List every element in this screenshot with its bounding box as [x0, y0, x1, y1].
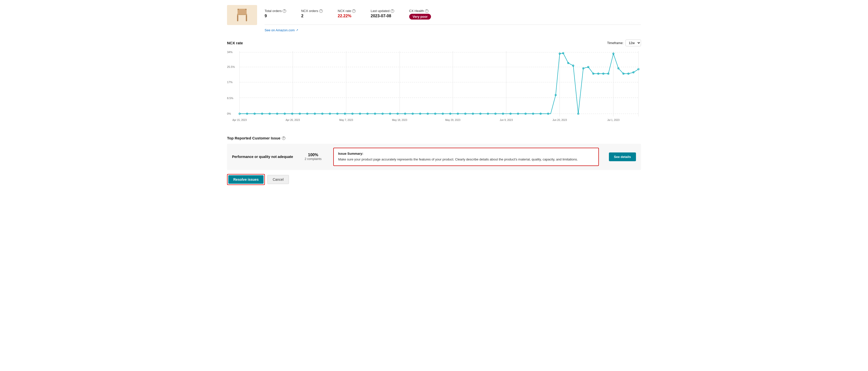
product-image: [227, 5, 257, 25]
svg-text:May 7, 2023: May 7, 2023: [339, 119, 353, 122]
issues-info-icon[interactable]: ?: [282, 136, 285, 140]
chart-svg: 34% 25.5% 17% 8.5% 0%: [227, 48, 641, 128]
total-orders-info-icon[interactable]: ?: [283, 9, 286, 13]
issue-summary-text: Make sure your product page accurately r…: [338, 157, 594, 162]
svg-text:Apr 26, 2023: Apr 26, 2023: [286, 119, 300, 122]
ncx-orders-info-icon[interactable]: ?: [319, 9, 323, 13]
cx-health-stat: CX Health ? Very poor: [409, 9, 431, 20]
svg-text:Jun 9, 2023: Jun 9, 2023: [500, 119, 513, 122]
timeframe-selector: Timeframe: 12w 4w 8w 24w: [607, 39, 641, 46]
resolve-issues-button[interactable]: Resolve issues: [228, 175, 264, 184]
svg-text:Apr 15, 2023: Apr 15, 2023: [232, 119, 247, 122]
see-amazon-label: See on Amazon.com: [265, 28, 295, 32]
issues-section-title: Top Reported Customer Issue ?: [227, 136, 641, 140]
svg-rect-1: [238, 9, 247, 14]
ncx-rate-value: 22.22%: [338, 14, 355, 18]
action-buttons-row: Resolve issues Cancel: [227, 174, 641, 185]
page-wrapper: Total orders ? 9 NCX orders ? 2 NCX rate: [217, 0, 651, 190]
timeframe-label: Timeframe:: [607, 41, 623, 45]
svg-text:34%: 34%: [227, 50, 232, 54]
svg-rect-4: [238, 9, 239, 10]
ncx-rate-label: NCX rate: [338, 9, 351, 13]
see-amazon-link[interactable]: See on Amazon.com ↗: [265, 28, 298, 32]
total-orders-value: 9: [265, 14, 286, 18]
last-updated-stat: Last updated ? 2023-07-08: [371, 9, 394, 18]
cancel-button[interactable]: Cancel: [267, 175, 289, 184]
total-orders-label: Total orders: [265, 9, 282, 13]
issue-summary-box: Issue Summary: Make sure your product pa…: [333, 148, 599, 166]
chart-title: NCX rate: [227, 41, 243, 45]
issue-stats: 100% 2 complaints: [301, 153, 326, 161]
svg-text:May 29, 2023: May 29, 2023: [445, 119, 461, 122]
ncx-rate-chart: 34% 25.5% 17% 8.5% 0%: [227, 48, 641, 128]
ncx-orders-value: 2: [301, 14, 323, 18]
chart-header: NCX rate Timeframe: 12w 4w 8w 24w: [227, 39, 641, 46]
cx-health-label: CX Health: [409, 9, 424, 13]
issues-section: Top Reported Customer Issue ? Performanc…: [227, 136, 641, 185]
issue-card: Performance or quality not adequate 100%…: [227, 144, 641, 170]
timeframe-select[interactable]: 12w 4w 8w 24w: [625, 39, 641, 46]
last-updated-info-icon[interactable]: ?: [391, 9, 394, 13]
svg-rect-2: [237, 15, 238, 21]
svg-text:25.5%: 25.5%: [227, 65, 235, 68]
cx-health-info-icon[interactable]: ?: [425, 9, 429, 13]
svg-text:0%: 0%: [227, 112, 231, 115]
cx-health-badge: Very poor: [409, 14, 431, 20]
issue-summary-title: Issue Summary:: [338, 152, 594, 156]
see-details-button[interactable]: See details: [609, 153, 636, 161]
last-updated-label: Last updated: [371, 9, 390, 13]
svg-text:17%: 17%: [227, 80, 232, 83]
svg-text:Jul 1, 2023: Jul 1, 2023: [607, 119, 619, 122]
issue-percent: 100%: [301, 153, 326, 157]
svg-text:Jun 20, 2023: Jun 20, 2023: [553, 119, 567, 122]
ncx-orders-label: NCX orders: [301, 9, 318, 13]
svg-text:May 18, 2023: May 18, 2023: [392, 119, 407, 122]
total-orders-stat: Total orders ? 9: [265, 9, 286, 18]
ncx-rate-info-icon[interactable]: ?: [352, 9, 355, 13]
external-link-icon: ↗: [296, 29, 298, 32]
svg-text:8.5%: 8.5%: [227, 96, 233, 99]
resolve-button-wrapper: Resolve issues: [227, 174, 265, 185]
issue-name: Performance or quality not adequate: [232, 155, 293, 159]
stats-row: Total orders ? 9 NCX orders ? 2 NCX rate: [265, 5, 641, 25]
ncx-orders-stat: NCX orders ? 2: [301, 9, 323, 18]
svg-rect-3: [246, 15, 247, 21]
ncx-rate-chart-section: NCX rate Timeframe: 12w 4w 8w 24w 34% 25…: [227, 39, 641, 128]
issue-complaints: 2 complaints: [301, 157, 326, 161]
last-updated-value: 2023-07-08: [371, 14, 394, 18]
ncx-rate-stat: NCX rate ? 22.22%: [338, 9, 355, 18]
svg-rect-5: [245, 9, 247, 10]
